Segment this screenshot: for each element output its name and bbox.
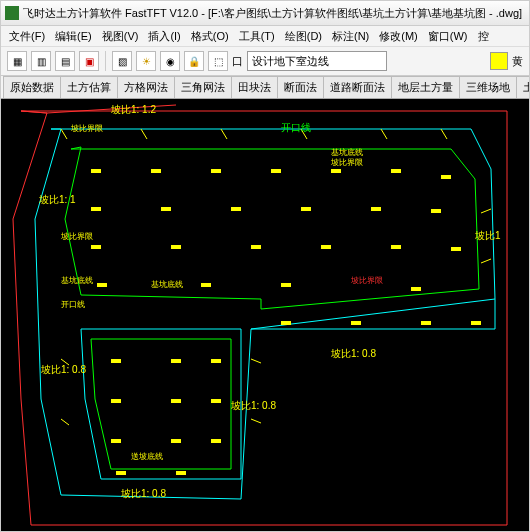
window-title: 飞时达土方计算软件 FastTFT V12.0 - [F:\客户图纸\土方计算软…: [23, 6, 522, 21]
svg-line-0: [61, 129, 67, 139]
menu-tools[interactable]: 工具(T): [235, 28, 279, 45]
lock-icon[interactable]: 🔒: [184, 51, 204, 71]
menu-insert[interactable]: 插入(I): [144, 28, 184, 45]
tab-3d[interactable]: 三维场地: [459, 76, 517, 98]
svg-line-10: [61, 419, 69, 425]
menu-edit[interactable]: 编辑(E): [51, 28, 96, 45]
menu-more[interactable]: 控: [474, 28, 493, 45]
svg-line-11: [61, 359, 69, 365]
cad-drawing: [1, 99, 529, 532]
svg-line-4: [381, 129, 387, 139]
tab-raw[interactable]: 原始数据: [3, 76, 61, 98]
drawing-canvas[interactable]: 坡比1: 1.2 坡比界限 开口线 基坑底线 坡比界限 坡比1: 1 坡比界限 …: [1, 99, 529, 532]
menu-modify[interactable]: 修改(M): [375, 28, 422, 45]
svg-line-2: [221, 129, 227, 139]
ribbon-tabs: 原始数据 土方估算 方格网法 三角网法 田块法 断面法 道路断面法 地层土方量 …: [1, 76, 529, 99]
svg-line-5: [441, 129, 447, 139]
tool-btn-2[interactable]: ▥: [31, 51, 51, 71]
tab-estimate[interactable]: 土方估算: [60, 76, 118, 98]
svg-line-9: [251, 419, 261, 423]
menu-view[interactable]: 视图(V): [98, 28, 143, 45]
tab-section[interactable]: 断面法: [277, 76, 324, 98]
menu-draw[interactable]: 绘图(D): [281, 28, 326, 45]
tool-btn-6[interactable]: ◉: [160, 51, 180, 71]
tab-grid[interactable]: 方格网法: [117, 76, 175, 98]
tab-tri[interactable]: 三角网法: [174, 76, 232, 98]
tab-field[interactable]: 田块法: [231, 76, 278, 98]
tab-volume[interactable]: 地层土方量: [391, 76, 460, 98]
menu-window[interactable]: 窗口(W): [424, 28, 472, 45]
tab-road[interactable]: 道路断面法: [323, 76, 392, 98]
color-label: 黄: [512, 54, 523, 69]
tool-btn-5[interactable]: ▧: [112, 51, 132, 71]
menu-annotate[interactable]: 标注(N): [328, 28, 373, 45]
svg-line-8: [251, 359, 261, 363]
menu-bar: 文件(F) 编辑(E) 视图(V) 插入(I) 格式(O) 工具(T) 绘图(D…: [1, 26, 529, 47]
menu-file[interactable]: 文件(F): [5, 28, 49, 45]
svg-line-1: [141, 129, 147, 139]
menu-format[interactable]: 格式(O): [187, 28, 233, 45]
title-bar: 飞时达土方计算软件 FastTFT V12.0 - [F:\客户图纸\土方计算软…: [1, 1, 529, 26]
svg-line-7: [481, 259, 491, 263]
svg-line-6: [481, 209, 491, 213]
toolbar: ▦ ▥ ▤ ▣ ▧ ☀ ◉ 🔒 ⬚ 口 黄: [1, 47, 529, 76]
app-icon: [5, 6, 19, 20]
tool-btn-1[interactable]: ▦: [7, 51, 27, 71]
lightbulb-icon[interactable]: ☀: [136, 51, 156, 71]
layer-prefix: 口: [232, 54, 243, 69]
tool-btn-7[interactable]: ⬚: [208, 51, 228, 71]
svg-line-3: [301, 129, 307, 139]
color-swatch[interactable]: [490, 52, 508, 70]
tool-btn-4[interactable]: ▣: [79, 51, 99, 71]
tab-adjust[interactable]: 土方调配: [516, 76, 530, 98]
layer-name-input[interactable]: [247, 51, 387, 71]
tool-btn-3[interactable]: ▤: [55, 51, 75, 71]
